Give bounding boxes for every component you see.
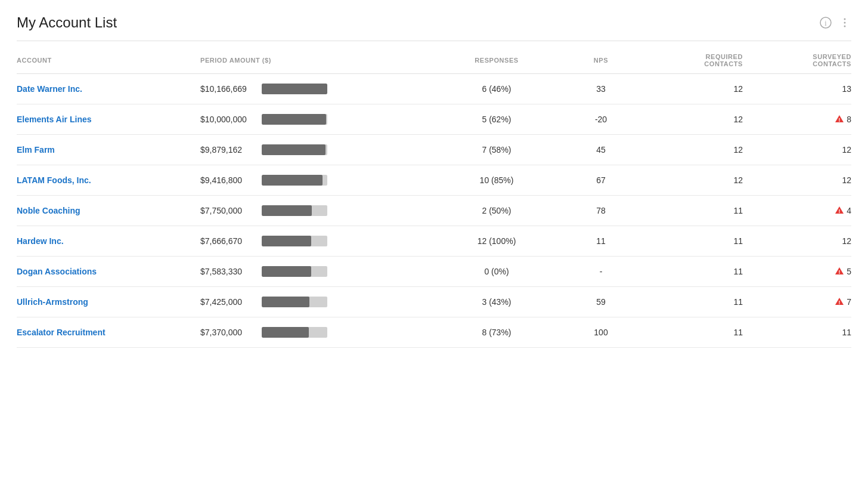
table-row: Elements Air Lines$10,000,0005 (62%)-201…	[17, 104, 851, 135]
nps-cell: 59	[559, 287, 643, 317]
surveyed-contacts-cell: 13	[743, 74, 851, 104]
table-header-row: ACCOUNT PERIOD AMOUNT ($) RESPONSES NPS …	[17, 53, 851, 74]
col-header-period: PERIOD AMOUNT ($)	[200, 53, 434, 74]
surveyed-count: 8	[847, 115, 851, 124]
col-header-required-contacts: REQUIREDCONTACTS	[643, 53, 743, 74]
required-contacts-cell: 12	[643, 74, 743, 104]
responses-cell: 10 (85%)	[434, 165, 559, 196]
required-contacts-cell: 12	[643, 135, 743, 165]
warning-icon: !	[835, 297, 844, 307]
surveyed-contacts-cell: !8	[743, 104, 851, 135]
info-icon[interactable]: i	[819, 16, 832, 29]
period-amount-cell: $10,000,000	[200, 104, 434, 135]
table-row: LATAM Foods, Inc.$9,416,80010 (85%)67121…	[17, 165, 851, 196]
table-row: Hardew Inc.$7,666,67012 (100%)111112	[17, 226, 851, 257]
account-name-cell[interactable]: Dogan Associations	[17, 257, 200, 287]
surveyed-contacts-cell: 12	[743, 165, 851, 196]
nps-cell: 100	[559, 317, 643, 348]
responses-cell: 0 (0%)	[434, 257, 559, 287]
svg-point-2	[844, 18, 846, 20]
table-row: Escalator Recruitment$7,370,0008 (73%)10…	[17, 317, 851, 348]
nps-cell: -20	[559, 104, 643, 135]
period-amount-cell: $7,425,000	[200, 287, 434, 317]
period-amount-cell: $7,583,330	[200, 257, 434, 287]
nps-cell: 67	[559, 165, 643, 196]
col-header-surveyed-contacts: SURVEYEDCONTACTS	[743, 53, 851, 74]
table-row: Ullrich-Armstrong$7,425,0003 (43%)5911!7	[17, 287, 851, 317]
required-contacts-cell: 12	[643, 104, 743, 135]
required-contacts-cell: 11	[643, 287, 743, 317]
warning-icon: !	[835, 115, 844, 125]
account-name-cell[interactable]: Noble Coaching	[17, 196, 200, 226]
warning-icon: !	[835, 267, 844, 277]
table-row: Dogan Associations$7,583,3300 (0%)-11!5	[17, 257, 851, 287]
surveyed-count: 7	[847, 297, 851, 307]
svg-point-4	[844, 26, 846, 27]
period-amount-cell: $7,370,000	[200, 317, 434, 348]
surveyed-count: 12	[842, 175, 851, 185]
account-name-cell[interactable]: Elements Air Lines	[17, 104, 200, 135]
required-contacts-cell: 11	[643, 317, 743, 348]
surveyed-count: 13	[842, 84, 851, 94]
page-header: My Account List i	[17, 14, 851, 41]
required-contacts-cell: 11	[643, 257, 743, 287]
responses-cell: 12 (100%)	[434, 226, 559, 257]
nps-cell: -	[559, 257, 643, 287]
surveyed-contacts-cell: !5	[743, 257, 851, 287]
surveyed-count: 12	[842, 236, 851, 246]
required-contacts-cell: 11	[643, 196, 743, 226]
header-actions: i	[819, 16, 851, 29]
svg-text:!: !	[839, 300, 841, 305]
surveyed-contacts-cell: 11	[743, 317, 851, 348]
surveyed-contacts-cell: !7	[743, 287, 851, 317]
surveyed-contacts-cell: 12	[743, 135, 851, 165]
table-row: Elm Farm$9,879,1627 (58%)451212	[17, 135, 851, 165]
surveyed-count: 11	[842, 328, 851, 337]
surveyed-contacts-cell: !4	[743, 196, 851, 226]
table-row: Noble Coaching$7,750,0002 (50%)7811!4	[17, 196, 851, 226]
responses-cell: 5 (62%)	[434, 104, 559, 135]
responses-cell: 2 (50%)	[434, 196, 559, 226]
svg-point-3	[844, 22, 846, 24]
col-header-nps: NPS	[559, 53, 643, 74]
responses-cell: 3 (43%)	[434, 287, 559, 317]
svg-text:!: !	[839, 269, 841, 275]
period-amount-cell: $9,879,162	[200, 135, 434, 165]
responses-cell: 8 (73%)	[434, 317, 559, 348]
nps-cell: 11	[559, 226, 643, 257]
more-options-icon[interactable]	[838, 16, 851, 29]
account-name-cell[interactable]: Escalator Recruitment	[17, 317, 200, 348]
account-name-cell[interactable]: Ullrich-Armstrong	[17, 287, 200, 317]
svg-text:i: i	[824, 19, 827, 27]
nps-cell: 78	[559, 196, 643, 226]
warning-icon: !	[835, 206, 844, 216]
responses-cell: 7 (58%)	[434, 135, 559, 165]
period-amount-cell: $7,666,670	[200, 226, 434, 257]
table-row: Date Warner Inc.$10,166,6696 (46%)331213	[17, 74, 851, 104]
account-list-table: ACCOUNT PERIOD AMOUNT ($) RESPONSES NPS …	[17, 53, 851, 348]
surveyed-contacts-cell: 12	[743, 226, 851, 257]
col-header-account: ACCOUNT	[17, 53, 200, 74]
surveyed-count: 12	[842, 145, 851, 155]
page-title: My Account List	[17, 14, 117, 31]
period-amount-cell: $10,166,669	[200, 74, 434, 104]
period-amount-cell: $9,416,800	[200, 165, 434, 196]
account-name-cell[interactable]: LATAM Foods, Inc.	[17, 165, 200, 196]
account-name-cell[interactable]: Date Warner Inc.	[17, 74, 200, 104]
nps-cell: 33	[559, 74, 643, 104]
responses-cell: 6 (46%)	[434, 74, 559, 104]
surveyed-count: 4	[847, 206, 851, 215]
period-amount-cell: $7,750,000	[200, 196, 434, 226]
account-name-cell[interactable]: Hardew Inc.	[17, 226, 200, 257]
nps-cell: 45	[559, 135, 643, 165]
required-contacts-cell: 11	[643, 226, 743, 257]
surveyed-count: 5	[847, 267, 851, 276]
svg-text:!: !	[839, 117, 841, 123]
svg-text:!: !	[839, 208, 841, 214]
col-header-responses: RESPONSES	[434, 53, 559, 74]
account-name-cell[interactable]: Elm Farm	[17, 135, 200, 165]
required-contacts-cell: 12	[643, 165, 743, 196]
